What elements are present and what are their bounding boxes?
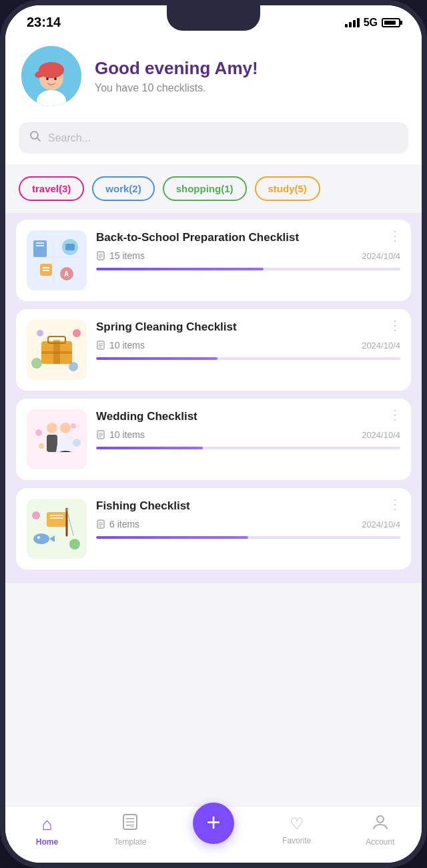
- search-container: Search...: [5, 122, 422, 164]
- template-icon: [121, 813, 139, 835]
- svg-point-61: [32, 511, 40, 519]
- card-menu-button[interactable]: ⋮: [388, 318, 402, 332]
- home-icon: ⌂: [42, 814, 53, 835]
- svg-point-71: [377, 816, 384, 823]
- category-study[interactable]: study(5): [255, 176, 320, 201]
- svg-rect-14: [65, 244, 75, 250]
- greeting-sub: You have 10 checklists.: [95, 82, 406, 94]
- search-placeholder: Search...: [48, 132, 91, 144]
- svg-point-6: [54, 77, 57, 80]
- signal-icon: [345, 18, 360, 27]
- items-count: 6 items: [109, 519, 139, 529]
- card-meta: 10 items 2024/10/4: [96, 429, 400, 440]
- card-title: Fishing Checklist: [96, 499, 400, 513]
- svg-point-42: [60, 423, 71, 433]
- svg-rect-52: [47, 512, 67, 527]
- avatar: [21, 46, 81, 106]
- svg-rect-11: [36, 242, 44, 244]
- category-shopping[interactable]: shopping(1): [163, 176, 247, 201]
- nav-favorite[interactable]: ♡ Favorite: [255, 815, 338, 845]
- phone-frame: 23:14 5G: [0, 0, 427, 868]
- category-travel[interactable]: travel(3): [19, 176, 84, 201]
- card-menu-button[interactable]: ⋮: [388, 408, 402, 421]
- card-title: Spring Cleaning Checklist: [96, 320, 400, 335]
- svg-rect-70: [131, 824, 134, 827]
- svg-point-5: [46, 77, 49, 80]
- svg-point-43: [35, 429, 42, 436]
- svg-point-40: [47, 423, 57, 433]
- svg-point-46: [71, 423, 76, 429]
- items-count: 10 items: [109, 429, 145, 440]
- checklist-card[interactable]: Wedding Checklist 10 items: [16, 399, 411, 480]
- card-menu-button[interactable]: ⋮: [388, 229, 402, 242]
- svg-point-55: [33, 533, 49, 544]
- progress-fill: [96, 536, 248, 539]
- card-content: Spring Cleaning Checklist 10 items: [96, 320, 400, 360]
- card-date: 2024/10/4: [362, 341, 400, 351]
- svg-line-8: [37, 138, 41, 142]
- card-date: 2024/10/4: [362, 519, 400, 529]
- svg-text:A: A: [64, 270, 69, 278]
- card-date: 2024/10/4: [362, 251, 400, 261]
- status-icons: 5G: [345, 17, 400, 29]
- svg-point-57: [37, 536, 40, 539]
- card-items: 6 items: [96, 519, 139, 529]
- greeting-text: Good evening Amy!: [95, 58, 406, 79]
- card-thumbnail: A: [27, 230, 87, 290]
- card-thumbnail: [27, 499, 87, 559]
- nav-add[interactable]: +: [172, 816, 256, 844]
- card-title: Back-to-School Preparation Checklist: [96, 230, 400, 245]
- categories-row: travel(3) work(2) shopping(1) study(5): [5, 164, 422, 213]
- svg-point-33: [37, 330, 43, 337]
- card-date: 2024/10/4: [362, 430, 400, 440]
- progress-bar: [96, 357, 400, 360]
- bottom-nav: ⌂ Home Template +: [5, 806, 422, 863]
- svg-rect-53: [50, 515, 63, 516]
- progress-fill: [96, 268, 264, 270]
- nav-home[interactable]: ⌂ Home: [5, 814, 89, 847]
- svg-point-34: [69, 362, 78, 371]
- card-menu-button[interactable]: ⋮: [388, 497, 402, 511]
- category-work[interactable]: work(2): [92, 176, 154, 201]
- favorite-icon: ♡: [290, 815, 304, 833]
- card-thumbnail: [27, 409, 87, 469]
- svg-point-45: [73, 439, 81, 447]
- card-meta: 15 items 2024/10/4: [96, 250, 400, 261]
- nav-account[interactable]: Account: [338, 813, 422, 847]
- progress-fill: [96, 357, 218, 360]
- add-button[interactable]: +: [193, 803, 234, 844]
- greeting-section: Good evening Amy! You have 10 checklists…: [95, 58, 406, 93]
- main-scroll[interactable]: Good evening Amy! You have 10 checklists…: [5, 35, 422, 806]
- card-content: Wedding Checklist 10 items: [96, 409, 400, 449]
- nav-account-label: Account: [366, 837, 394, 847]
- account-icon: [372, 813, 389, 835]
- nav-template-label: Template: [114, 837, 147, 847]
- checklist-card[interactable]: Spring Cleaning Checklist 10 items: [16, 309, 411, 391]
- card-items: 15 items: [96, 250, 145, 261]
- svg-point-32: [73, 329, 81, 337]
- nav-template[interactable]: Template: [89, 813, 172, 847]
- items-count: 10 items: [109, 340, 145, 351]
- search-bar[interactable]: Search...: [19, 122, 408, 154]
- svg-rect-12: [36, 245, 44, 246]
- checklist-section: A Back-to-School Preparation Checklist: [5, 213, 422, 583]
- network-type: 5G: [364, 17, 378, 29]
- add-icon: +: [206, 811, 220, 835]
- card-thumbnail: [27, 320, 87, 380]
- svg-rect-9: [27, 230, 87, 290]
- nav-home-label: Home: [36, 837, 58, 847]
- search-icon: [29, 130, 41, 146]
- card-meta: 10 items 2024/10/4: [96, 340, 400, 351]
- card-items: 10 items: [96, 340, 145, 351]
- items-count: 15 items: [109, 250, 145, 261]
- card-content: Back-to-School Preparation Checklist 15 …: [96, 230, 400, 270]
- card-content: Fishing Checklist 6 items: [96, 499, 400, 539]
- checklist-card[interactable]: A Back-to-School Preparation Checklist: [16, 220, 411, 301]
- svg-rect-30: [41, 351, 72, 354]
- svg-point-31: [31, 358, 42, 369]
- svg-rect-54: [50, 517, 63, 519]
- svg-rect-41: [47, 435, 57, 452]
- card-items: 10 items: [96, 429, 145, 440]
- svg-point-44: [39, 443, 44, 449]
- checklist-card[interactable]: Fishing Checklist 6 items: [16, 488, 411, 570]
